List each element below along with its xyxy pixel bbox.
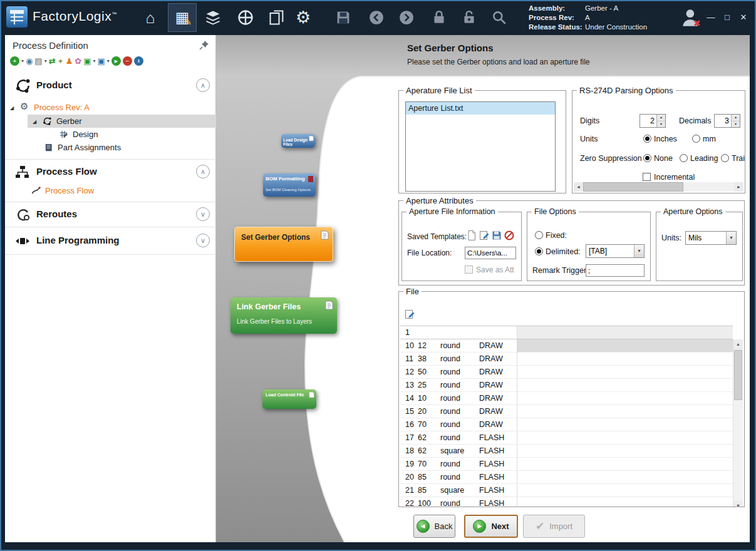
- remove-icon[interactable]: −: [123, 56, 132, 66]
- decimals-spinner[interactable]: 3 ▴▾: [714, 114, 740, 128]
- expander-icon[interactable]: ◢: [10, 105, 14, 111]
- chevron-down-icon[interactable]: ▾: [726, 232, 736, 244]
- lamp-icon[interactable]: ✦: [58, 57, 64, 66]
- home-icon[interactable]: ⌂: [140, 8, 160, 28]
- documents-icon[interactable]: [268, 9, 286, 26]
- scroll-right-icon[interactable]: ►: [734, 182, 743, 192]
- aperture-units-select[interactable]: Mils ▾: [685, 231, 737, 245]
- delimiter-select[interactable]: [TAB] ▾: [586, 244, 645, 258]
- flow-node-bom-formatting[interactable]: BOM Formatting Set BOM Cleaning Options: [263, 173, 316, 197]
- spin-down-icon[interactable]: ▾: [657, 121, 665, 128]
- export-steps-icon[interactable]: ▣: [83, 56, 91, 66]
- flow-node-load-design-files[interactable]: Load Design Files: [281, 134, 315, 148]
- delimited-radio[interactable]: [535, 247, 543, 255]
- tree-item-design[interactable]: Design: [73, 128, 98, 141]
- user-logout-icon[interactable]: [680, 6, 703, 29]
- add-caret-icon[interactable]: ▾: [21, 58, 24, 64]
- minimize-button[interactable]: —: [704, 11, 718, 24]
- fixed-radio[interactable]: [535, 231, 543, 239]
- scroll-track[interactable]: [583, 182, 734, 192]
- file-grid-row[interactable]: 1762roundFLASH: [400, 431, 733, 445]
- maximize-button[interactable]: □: [720, 11, 734, 24]
- file-grid-row[interactable]: 1670roundDRAW: [400, 418, 733, 431]
- zero-none-label[interactable]: None: [654, 154, 673, 163]
- file-grid-row[interactable]: 1138roundDRAW: [400, 353, 733, 366]
- back-circle-icon[interactable]: [368, 9, 385, 26]
- sidebar-section-reroutes[interactable]: Reroutes ∨: [5, 205, 216, 224]
- print-caret-icon[interactable]: ▾: [44, 58, 47, 64]
- zero-trailing-label[interactable]: Traili: [732, 154, 745, 163]
- incremental-checkbox[interactable]: [643, 173, 651, 181]
- spin-up-icon[interactable]: ▴: [732, 115, 740, 121]
- unlock-icon[interactable]: [461, 9, 477, 26]
- scroll-thumb[interactable]: [734, 350, 742, 400]
- next-button[interactable]: ▶ Next: [464, 515, 518, 538]
- fixed-radio-label[interactable]: Fixed:: [546, 231, 567, 240]
- flow-node-set-gerber-options[interactable]: Set Gerber Options: [234, 227, 333, 262]
- save-icon[interactable]: [336, 10, 351, 25]
- aperture-file-listbox[interactable]: Aperture List.txt: [405, 101, 556, 192]
- flow-node-link-gerber-files[interactable]: Link Gerber Files Link Gerber Files to L…: [230, 297, 337, 334]
- file-grid-row[interactable]: 1250roundDRAW: [400, 366, 733, 379]
- zero-leading-radio[interactable]: [680, 154, 688, 162]
- sidebar-section-process-flow[interactable]: Process Flow ∧: [5, 163, 216, 182]
- back-button[interactable]: ◀ Back: [413, 515, 455, 538]
- scroll-down-icon[interactable]: ▼: [733, 501, 743, 507]
- sidebar-section-line-programming[interactable]: Line Programming ∨: [5, 232, 216, 250]
- digits-spinner[interactable]: 2 ▴▾: [639, 114, 666, 128]
- scroll-up-icon[interactable]: ▲: [733, 339, 743, 349]
- inches-radio-label[interactable]: Inches: [654, 135, 677, 143]
- import-button[interactable]: ✔ Import: [523, 515, 585, 538]
- gear-icon[interactable]: ⚙: [293, 8, 313, 28]
- parsing-horizontal-scrollbar[interactable]: ◄ ►: [574, 182, 743, 192]
- mm-radio[interactable]: [692, 135, 700, 143]
- mm-radio-label[interactable]: mm: [703, 135, 716, 143]
- file-grid-row[interactable]: 1410roundDRAW: [400, 392, 733, 405]
- remark-trigger-input[interactable]: ;: [586, 264, 645, 277]
- file-grid-row[interactable]: 2185squareFLASH: [400, 484, 733, 497]
- compass-navigate-icon[interactable]: [237, 9, 254, 26]
- delete-template-icon[interactable]: [504, 230, 515, 241]
- file-grid-row[interactable]: 22100roundFLASH: [400, 497, 733, 507]
- chevron-down-icon[interactable]: ▾: [634, 245, 644, 257]
- collapse-product-button[interactable]: ∧: [196, 78, 210, 92]
- file-grid-row[interactable]: 1970roundFLASH: [400, 458, 733, 471]
- close-button[interactable]: ✕: [737, 11, 750, 24]
- web-link-icon[interactable]: ◉: [26, 56, 33, 66]
- audit-search-icon[interactable]: [491, 9, 507, 26]
- export-caret-icon[interactable]: ▾: [93, 58, 96, 64]
- inches-radio[interactable]: [643, 135, 651, 143]
- aperture-file-item[interactable]: Aperture List.txt: [406, 102, 555, 115]
- import-caret-icon[interactable]: ▾: [107, 58, 110, 64]
- sidebar-section-product[interactable]: Product ∧: [5, 76, 216, 95]
- zero-none-radio[interactable]: [643, 154, 651, 162]
- tree-item-part-assignments[interactable]: Part Assignments: [58, 141, 121, 154]
- file-grid-row[interactable]: 1520roundDRAW: [400, 405, 733, 418]
- save-template-icon[interactable]: [491, 230, 502, 241]
- expand-reroutes-button[interactable]: ∨: [196, 207, 210, 221]
- pause-icon[interactable]: ‖: [134, 56, 143, 66]
- file-grid-row[interactable]: 1862squareFLASH: [400, 445, 733, 458]
- zero-leading-label[interactable]: Leading: [690, 154, 718, 163]
- print-icon[interactable]: ▤: [34, 56, 42, 66]
- zero-trailing-radio[interactable]: [721, 154, 729, 162]
- flower-icon[interactable]: ✿: [75, 56, 81, 66]
- pin-icon[interactable]: [199, 40, 209, 50]
- start-icon[interactable]: ▶: [111, 56, 121, 66]
- sync-icon[interactable]: ⇄: [49, 56, 56, 66]
- layers-icon[interactable]: [204, 9, 222, 26]
- file-grid-row[interactable]: 1325roundDRAW: [400, 379, 733, 392]
- scroll-left-icon[interactable]: ◄: [574, 182, 583, 192]
- tree-item-gerber[interactable]: ◢ Gerber: [28, 115, 216, 128]
- import-steps-icon[interactable]: ▣: [98, 56, 105, 66]
- file-grid-row[interactable]: 2085roundFLASH: [400, 471, 733, 484]
- tree-item-process-flow[interactable]: Process Flow: [45, 184, 94, 197]
- forward-circle-icon[interactable]: [398, 9, 415, 26]
- collapse-process-flow-button[interactable]: ∧: [196, 165, 210, 178]
- delimited-radio-label[interactable]: Delimited:: [546, 247, 581, 256]
- expand-line-programming-button[interactable]: ∨: [196, 234, 210, 247]
- spin-up-icon[interactable]: ▴: [657, 115, 665, 121]
- operator-icon[interactable]: ♟: [66, 56, 73, 66]
- save-as-attachment-checkbox[interactable]: [465, 265, 473, 274]
- file-grid-header-cell[interactable]: 1: [400, 326, 517, 339]
